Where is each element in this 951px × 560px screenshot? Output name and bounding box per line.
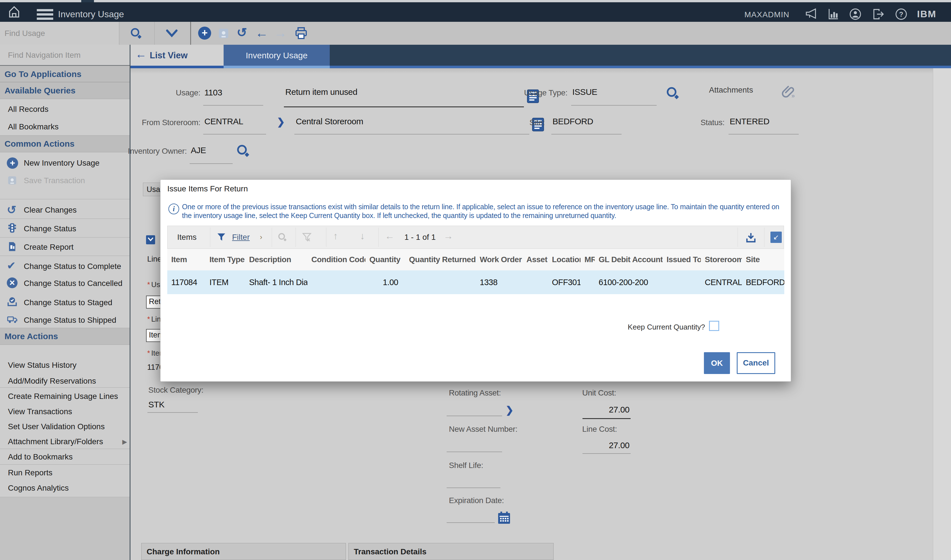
list-view-back[interactable]: ← List View xyxy=(131,45,223,66)
rotating-asset-chevron-icon[interactable]: ❯ xyxy=(506,404,514,415)
paperclip-icon[interactable]: » xyxy=(780,84,796,100)
transaction-details-section[interactable]: Transaction Details xyxy=(348,543,554,560)
announcements-icon[interactable] xyxy=(805,8,818,20)
rotating-asset-underline[interactable] xyxy=(447,402,502,416)
col-mr[interactable]: MR xyxy=(580,249,595,270)
sidebar-item-create-report[interactable]: Create Report xyxy=(24,243,74,252)
col-issued-to[interactable]: Issued To xyxy=(663,249,701,270)
info-icon: i xyxy=(168,203,179,214)
ok-button[interactable]: OK xyxy=(704,352,730,374)
sidebar-item-clear-changes[interactable]: Clear Changes xyxy=(24,206,77,215)
storeroom-description-underline xyxy=(294,117,529,134)
col-item[interactable]: Item xyxy=(167,249,205,270)
logout-icon[interactable] xyxy=(873,8,885,22)
home-icon[interactable] xyxy=(8,5,21,20)
scroll-area[interactable] xyxy=(933,68,951,560)
sidebar-header-available-queries[interactable]: Available Queries xyxy=(0,82,130,99)
app-header: Inventory Usage MAXADMIN ? IBM xyxy=(0,2,951,22)
keep-current-quantity-checkbox[interactable] xyxy=(709,321,719,331)
keep-current-quantity-label: Keep Current Quantity? xyxy=(613,323,705,332)
sidebar-item-add-modify-reservations[interactable]: Add/Modify Reservations xyxy=(8,377,96,386)
profile-icon[interactable] xyxy=(849,8,862,22)
sidebar-item-cognos-analytics[interactable]: Cognos Analytics xyxy=(8,483,69,492)
inventory-owner-label: Inventory Owner: xyxy=(128,147,187,156)
col-gl-debit-account[interactable]: GL Debit Account xyxy=(595,249,663,270)
search-icon[interactable] xyxy=(130,27,143,41)
status-label: Status: xyxy=(674,118,725,127)
col-work-order[interactable]: Work Order xyxy=(476,249,522,270)
col-condition-code[interactable]: Condition Code xyxy=(307,249,365,270)
find-usage-input[interactable] xyxy=(4,28,112,39)
line-column-header-fragment: Line xyxy=(147,255,162,263)
sidebar-item-view-transactions[interactable]: View Transactions xyxy=(8,407,72,416)
storeroom-detail-chevron-icon[interactable]: ❯ xyxy=(277,116,285,128)
print-icon[interactable] xyxy=(294,26,308,41)
menu-hamburger-icon[interactable] xyxy=(37,9,53,20)
sidebar-item-new-inventory-usage[interactable]: New Inventory Usage xyxy=(24,158,100,168)
line-cost-label: Line Cost: xyxy=(582,425,617,434)
from-storeroom-underline xyxy=(203,117,266,134)
charge-information-section[interactable]: Charge Information xyxy=(141,543,346,560)
sidebar-item-change-status-to-complete[interactable]: Change Status to Complete xyxy=(24,262,121,271)
new-record-icon[interactable]: + xyxy=(198,27,211,40)
sidebar-item-attachment-library-folders[interactable]: Attachment Library/Folders xyxy=(8,437,103,446)
usage-label: Usage: xyxy=(158,88,200,97)
filter-link[interactable]: Filter xyxy=(232,233,250,242)
table-row[interactable]: 117084 ITEM Shaft- 1 Inch Dia 1.00 1338 … xyxy=(167,270,784,294)
previous-record-icon[interactable]: ← xyxy=(255,25,268,40)
col-location[interactable]: Location xyxy=(548,249,580,270)
sidebar-item-set-user-validation-options[interactable]: Set User Validation Options xyxy=(8,422,105,431)
sidebar-item-change-status[interactable]: Change Status xyxy=(24,224,76,233)
filter-funnel-icon[interactable] xyxy=(216,232,226,243)
col-storeroom[interactable]: Storeroom xyxy=(701,249,742,270)
sidebar-item-change-status-to-staged[interactable]: Change Status to Staged xyxy=(24,298,112,307)
find-navigation-input[interactable] xyxy=(8,49,122,61)
new-asset-number-underline[interactable] xyxy=(447,438,502,452)
cell-item[interactable]: 117084 xyxy=(167,270,205,294)
minimize-table-icon[interactable]: ↙ xyxy=(771,232,782,243)
window-tab-marker xyxy=(81,0,94,2)
svg-text:»: » xyxy=(791,92,795,99)
sidebar-item-change-status-to-cancelled[interactable]: Change Status to Cancelled xyxy=(24,279,123,288)
expiration-date-underline[interactable] xyxy=(447,509,495,523)
usage-type-lookup-icon[interactable] xyxy=(666,86,680,102)
download-icon[interactable] xyxy=(745,232,757,245)
svg-text:?: ? xyxy=(899,11,903,18)
sidebar-item-view-status-history[interactable]: View Status History xyxy=(8,361,76,370)
move-row-up-icon-disabled: ↑ xyxy=(333,231,338,242)
collapse-section-chevron-button[interactable] xyxy=(146,235,155,244)
save-icon[interactable] xyxy=(217,27,230,41)
stock-category-underline xyxy=(148,400,198,413)
col-quantity[interactable]: Quantity xyxy=(365,249,405,270)
col-asset[interactable]: Asset xyxy=(522,249,548,270)
reports-chart-icon[interactable] xyxy=(827,8,839,21)
tab-inventory-usage[interactable]: Inventory Usage xyxy=(223,45,330,66)
sidebar-item-all-bookmarks[interactable]: All Bookmarks xyxy=(8,122,58,131)
query-chevron-down-icon[interactable] xyxy=(166,29,178,39)
col-item-type[interactable]: Item Type xyxy=(205,249,245,270)
clear-filter-icon-disabled xyxy=(302,232,312,243)
cell-mr xyxy=(580,270,595,294)
col-description[interactable]: Description xyxy=(245,249,307,270)
shelf-life-underline[interactable] xyxy=(447,474,500,488)
unit-cost-label: Unit Cost: xyxy=(582,388,616,397)
sidebar-header-go-to-applications[interactable]: Go To Applications xyxy=(0,66,130,82)
cancel-button[interactable]: Cancel xyxy=(737,352,775,374)
sidebar-item-add-to-bookmarks[interactable]: Add to Bookmarks xyxy=(8,452,73,462)
username-label[interactable]: MAXADMIN xyxy=(744,10,789,19)
sidebar-item-change-status-to-shipped[interactable]: Change Status to Shipped xyxy=(24,316,116,325)
sidebar-item-create-remaining-usage-lines[interactable]: Create Remaining Usage Lines xyxy=(8,392,118,401)
col-quantity-returned[interactable]: Quantity Returned xyxy=(405,249,476,270)
sidebar-item-run-reports[interactable]: Run Reports xyxy=(8,468,52,477)
sidebar-item-all-records[interactable]: All Records xyxy=(8,105,48,114)
inventory-owner-lookup-icon[interactable] xyxy=(236,144,250,159)
help-icon[interactable]: ? xyxy=(895,8,907,22)
calendar-icon[interactable] xyxy=(497,511,511,525)
line-cost-underline xyxy=(583,441,631,454)
page-title: Inventory Usage xyxy=(58,9,124,20)
clear-changes-icon[interactable]: ↺ xyxy=(237,25,247,40)
filter-expand-chevron[interactable]: › xyxy=(260,233,262,242)
sidebar-header-common-actions[interactable]: Common Actions xyxy=(0,135,130,152)
sidebar-header-more-actions[interactable]: More Actions xyxy=(0,328,130,345)
col-site[interactable]: Site xyxy=(742,249,784,270)
